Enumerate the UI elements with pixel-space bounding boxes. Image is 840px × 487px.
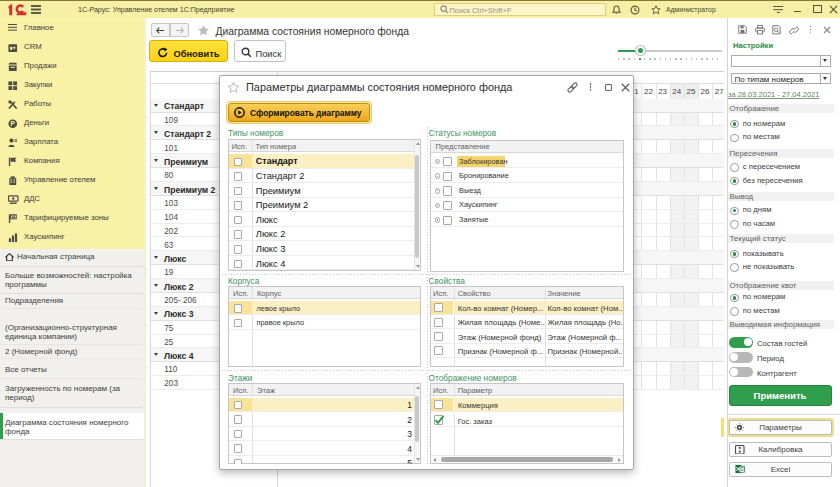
svg-text:P: P [11, 120, 16, 127]
